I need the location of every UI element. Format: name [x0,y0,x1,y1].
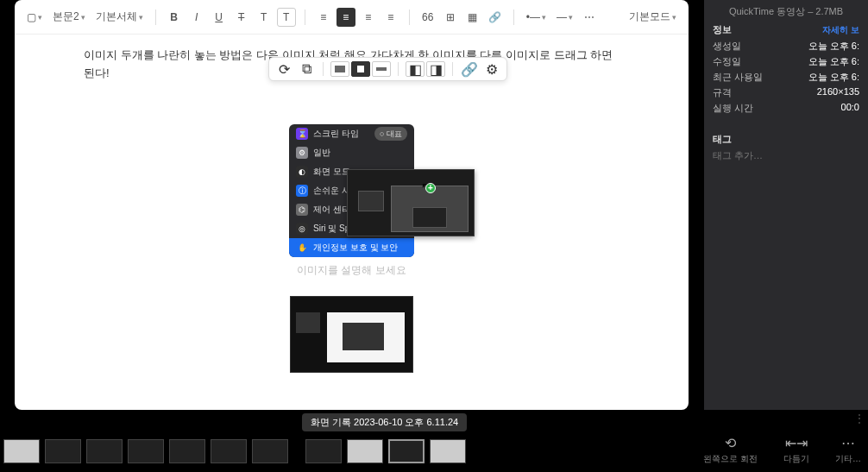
float-group: ◧ ◨ [406,61,445,77]
image-caption-placeholder[interactable]: 이미지를 설명해 보세요 [84,262,620,279]
separator [398,62,399,76]
sliders-icon: ⌬ [296,204,308,216]
chevron-down-icon: ▾ [139,13,143,22]
dock-thumb[interactable] [430,439,466,463]
mode-dropdown[interactable]: 기본모드 ▾ [626,8,680,27]
code-block-button[interactable]: ⊞ [441,8,460,27]
font-dropdown[interactable]: 기본서체 ▾ [92,8,147,27]
quote-button[interactable]: 66 [418,8,437,27]
editor-card: ▢ ▾ 본문2 ▾ 기본서체 ▾ B I U T T T ≡ ≡ ≡ ≡ 66 … [15,0,689,410]
list-ol-button[interactable]: —▾ [553,8,576,27]
info-dimensions: 규격2160×135 [713,86,859,99]
chevron-down-icon: ▾ [38,13,42,22]
add-tag-button[interactable]: 태그 추가… [713,149,859,162]
wrap-center-button[interactable] [351,61,370,77]
dock-thumb[interactable] [86,439,123,463]
dock-thumb[interactable] [252,439,288,463]
dock-thumb[interactable] [169,439,205,463]
scroll-hint-icon: ⋮ [854,412,865,425]
image-toolbar: ⟳ ⧉ ◧ ◨ 🔗 ⚙ [268,57,507,81]
detail-link[interactable]: 자세히 보 [822,24,859,36]
gear-icon: ⚙ [296,147,308,159]
separator [305,9,305,25]
dock-thumb[interactable] [388,439,425,463]
separator [323,62,324,76]
align-center-button[interactable]: ≡ [337,8,355,27]
wrap-wide-button[interactable] [372,61,391,77]
document-body[interactable]: 이미지 두개를 나란히 놓는 방법은 다음 이미지 처럼 해요 가다차게 한 이… [15,35,689,385]
separator [409,9,410,25]
settings-header: ⌛ 스크린 타임 ○ 대표 [289,124,414,143]
placeholder-icon[interactable]: ⧉ [297,61,316,77]
text-color-button[interactable]: T [277,8,296,27]
info-duration: 실행 시간00:0 [713,102,859,115]
strike-button[interactable]: T [232,8,251,27]
inspector-panel: QuickTime 동영상 – 2.7MB 정보 자세히 보 생성일오늘 오후 … [704,0,868,410]
align-justify-button[interactable]: ≡ [381,8,400,27]
image-link-button[interactable]: 🔗 [460,61,479,77]
info-modified: 수정일오늘 오후 6: [713,55,859,68]
loading-icon[interactable]: ⟳ [274,61,293,77]
settings-item-general[interactable]: ⚙ 일반 [289,143,414,162]
more-icon: ⋯ [835,435,861,451]
dock-thumb[interactable] [3,439,40,463]
accessibility-icon: ⓘ [296,185,308,197]
wrap-full-button[interactable] [330,61,349,77]
info-created: 생성일오늘 오후 6: [713,40,859,53]
editor-toolbar: ▢ ▾ 본문2 ▾ 기본서체 ▾ B I U T T T ≡ ≡ ≡ ≡ 66 … [15,0,689,35]
dock-thumb[interactable] [305,439,342,463]
dock-thumb[interactable] [347,439,383,463]
paragraph-style-dropdown[interactable]: 본문2 ▾ [49,8,89,27]
list-ul-button[interactable]: •—▾ [523,8,550,27]
info-lastused: 최근 사용일오늘 오후 6: [713,71,859,84]
align-left-button[interactable]: ≡ [314,8,333,27]
dragged-thumbnail [347,169,475,236]
file-title: QuickTime 동영상 – 2.7MB [713,5,859,18]
rotate-left-button[interactable]: ⟲ 왼쪽으로 회전 [703,435,758,465]
more-button[interactable]: ⋯ [580,8,599,27]
float-left-button[interactable]: ◧ [406,61,425,77]
underline-button[interactable]: U [210,8,229,27]
image-settings-button[interactable]: ⚙ [482,61,501,77]
thumbnail-tooltip: 화면 기록 2023-06-10 오후 6.11.24 [302,413,467,431]
trim-icon: ⇤⇥ [783,435,809,451]
dock-thumb[interactable] [128,439,164,463]
separator [452,62,453,76]
italic-button[interactable]: I [187,8,206,27]
table-button[interactable]: ▦ [463,8,482,27]
image-slot-1[interactable]: ⌛ 스크린 타임 ○ 대표 ⚙ 일반 ◐ 화면 모드 ⓘ 손쉬운 사용 ⌬ [289,124,414,257]
separator [155,9,156,25]
trim-button[interactable]: ⇤⇥ 다듬기 [783,435,809,465]
settings-item-privacy[interactable]: ✋ 개인정보 보호 및 보안 [289,238,414,257]
image-slot-2[interactable] [290,296,413,373]
separator [513,9,514,25]
display-icon: ◐ [296,166,308,178]
insert-image-dropdown[interactable]: ▢ ▾ [23,8,46,27]
chevron-down-icon: ▾ [81,13,85,22]
image-icon: ▢ [27,11,36,23]
representative-badge: ○ 대표 [374,127,407,141]
chevron-down-icon: ▾ [672,13,676,22]
dock-thumb[interactable] [211,439,247,463]
hand-icon: ✋ [296,242,308,254]
align-right-button[interactable]: ≡ [359,8,378,27]
siri-icon: ◎ [296,223,308,235]
section-info-title: 정보 [713,23,732,36]
rotate-icon: ⟲ [703,435,758,451]
link-button[interactable]: 🔗 [486,8,505,27]
bold-button[interactable]: B [165,8,184,27]
dock-thumb[interactable] [45,439,81,463]
quick-actions: ⟲ 왼쪽으로 회전 ⇤⇥ 다듬기 ⋯ 기타… [703,435,861,465]
more-actions-button[interactable]: ⋯ 기타… [835,435,861,465]
soft-text-button[interactable]: T [255,8,274,27]
cursor-plus-icon: + [425,183,436,193]
float-right-button[interactable]: ◨ [426,61,445,77]
screen-time-icon: ⌛ [296,128,308,140]
section-tags-title: 태그 [713,133,732,146]
wrap-group [330,61,391,77]
